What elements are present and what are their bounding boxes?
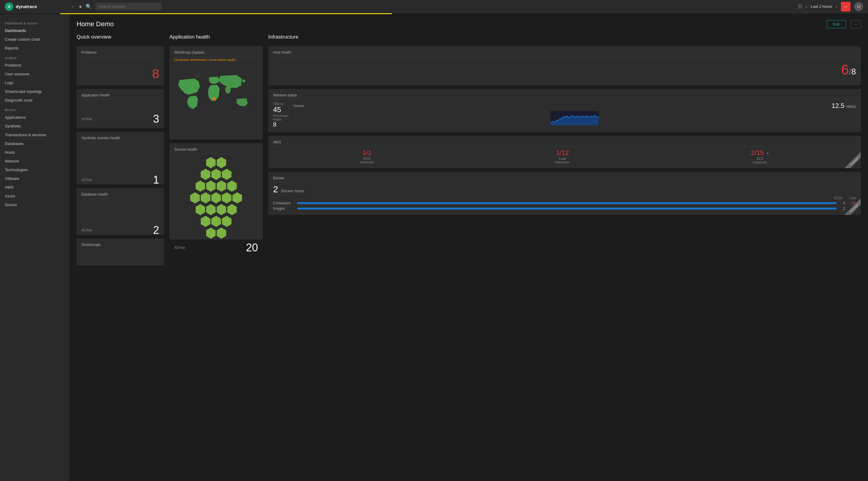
hosts-value: 8 [273,121,288,128]
worldmap-card[interactable]: Worldmap (Apdex) Dynatrace adventures | … [169,46,263,139]
sidebar-item-aws[interactable]: AWS [0,183,69,192]
problems-count: 8 [152,67,159,81]
docker-images-row: Images 2 2 [273,206,856,211]
docker-containers-label: Containers [273,201,295,205]
aws-ec2-label2: instances [751,160,769,164]
db-health-count: 2 [153,224,159,236]
sidebar-item-create-custom-chart[interactable]: Create custom chart [0,35,69,44]
docker-example-badge: Example [844,198,861,215]
docker-card[interactable]: Docker 2 Docker hosts 01.01 now Containe… [268,172,861,215]
db-health-card[interactable]: Database health All fine 2 [76,188,164,235]
more-button[interactable]: ··· [851,20,861,28]
avatar: U [854,2,863,11]
aws-example-ribbon: Example [840,147,861,168]
app-health-card[interactable]: Application health All fine 3 [76,89,164,128]
db-health-card-title: Database health [82,192,159,199]
sidebar-item-vmware[interactable]: VMware [0,174,69,183]
host-health-card-title: Host health [273,50,856,57]
synthetic-status: All fine [82,178,92,182]
page-title: Home Demo [76,20,861,28]
volume-value: 12.5 Mbit/s [832,102,856,110]
sidebar-item-diagnostic-tools[interactable]: Diagnostic tools [0,96,69,104]
host-red-num: 6 [841,62,849,77]
header-buttons: Edit ··· [827,20,861,28]
docker-containers-row: Containers 4 1/6 [273,201,856,205]
sidebar-item-azure[interactable]: Azure [0,192,69,200]
time-next-button[interactable]: › [836,4,837,9]
sidebar-section-analyze: Analyze [0,53,69,61]
aws-ec2-num: 2/15 ↗ [751,149,769,157]
sidebar-item-synthetic[interactable]: Synthetic [0,122,69,130]
infrastructure-column: Infrastructure Host health 6/8 Network s… [268,34,861,265]
docker-timeline: 01.01 now [273,196,856,200]
sidebar-item-hosts[interactable]: Hosts [0,148,69,157]
network-chart-area: Volume 12.5 Mbit/s [293,102,856,128]
search-icon[interactable]: 🔍 [86,4,92,9]
search-input[interactable] [95,3,161,10]
sidebar-item-docker[interactable]: Docker [0,200,69,209]
network-stats-left: Talkers 45 Processes Hosts 8 [273,102,288,128]
aws-ec2: 2/15 ↗ EC2 instances [751,149,769,164]
smartscape-card[interactable]: Smartscape [76,238,164,265]
processes-label: Processes [273,114,288,118]
service-hexgrid [174,157,258,239]
aws-card-title: AWS [273,140,856,147]
sidebar-item-transactions-services[interactable]: Transactions & services [0,130,69,139]
topbar-right: ☷ ‹ Last 2 hours › → U [798,2,863,11]
application-health-title: Application health [169,34,263,40]
volume-label: Volume [293,104,304,107]
sidebar-item-reports[interactable]: Reports [0,44,69,53]
topbar-center: ● 🔍 [79,3,798,10]
yellow-accent [0,13,868,14]
docker-host-label: Docker hosts [281,189,304,193]
sidebar-item-dashboards[interactable]: Dashboards [0,26,69,35]
aws-ec2-label1: EC2 [751,157,769,160]
problems-card-title: Problems [82,50,159,57]
app-health-column: Application health Worldmap (Apdex) Dyna… [169,34,263,265]
docker-containers-bar [297,202,837,204]
edit-button[interactable]: Edit [827,20,846,28]
back-button[interactable]: ← [71,4,75,9]
network-status-card[interactable]: Network status Talkers 45 Processes Host… [268,89,861,132]
infrastructure-title: Infrastructure [268,34,861,40]
aws-lb-label2: balancers [555,160,569,164]
sidebar-item-problems[interactable]: Problems [0,61,69,70]
docker-images-bar [297,207,837,210]
synthetic-card-title: Synthetic monitor health [82,136,159,142]
worldmap-svg [174,62,258,131]
network-mini-chart [293,111,856,125]
aws-rds-num: 1/1 [360,149,374,157]
aws-rds: 1/1 RDS instances [360,149,374,164]
dashboard-grid: Quick overview Problems 8 Application he… [76,34,861,265]
docker-host-row: 2 Docker hosts [273,184,856,194]
aws-rds-label1: RDS [360,157,374,160]
content-area: Home Demo Edit ··· Quick overview Proble… [69,14,868,481]
smartscape-card-title: Smartscape [82,243,159,249]
sidebar-item-network[interactable]: Network [0,157,69,165]
host-health-numbers: 6/8 [841,62,856,78]
sidebar-item-logs[interactable]: Logs [0,78,69,87]
time-prev-button[interactable]: ‹ [806,4,807,9]
problems-card[interactable]: Problems 8 [76,46,164,85]
host-health-card[interactable]: Host health 6/8 [268,46,861,85]
aws-lb-label1: Load [555,157,569,160]
service-health-card[interactable]: Service health All fine 20 [169,143,263,239]
db-health-status: All fine [82,228,92,232]
sidebar-section-dashboards: Dashboards & reports [0,18,69,26]
app-health-status: All fine [82,117,92,121]
filter-icon[interactable]: ☷ [798,4,802,9]
service-health-status: All fine [174,246,185,250]
synthetic-health-card[interactable]: Synthetic monitor health All fine 1 [76,132,164,185]
talkers-label: Talkers [273,102,288,105]
sidebar-item-smartscape-topology[interactable]: Smartscape topology [0,87,69,96]
monitor-icon[interactable]: ● [79,4,82,9]
host-total: 8 [851,67,856,76]
hosts-label: Hosts [273,118,288,121]
sidebar-item-user-sessions[interactable]: User sessions [0,70,69,78]
sidebar-item-applications[interactable]: Applications [0,113,69,122]
aws-card[interactable]: AWS 1/1 RDS instances 1/12 [268,136,861,168]
forward-button[interactable]: → [841,2,850,11]
docker-example-ribbon: Example [840,194,861,215]
sidebar-item-databases[interactable]: Databases [0,139,69,148]
sidebar-item-technologies[interactable]: Technologies [0,165,69,174]
